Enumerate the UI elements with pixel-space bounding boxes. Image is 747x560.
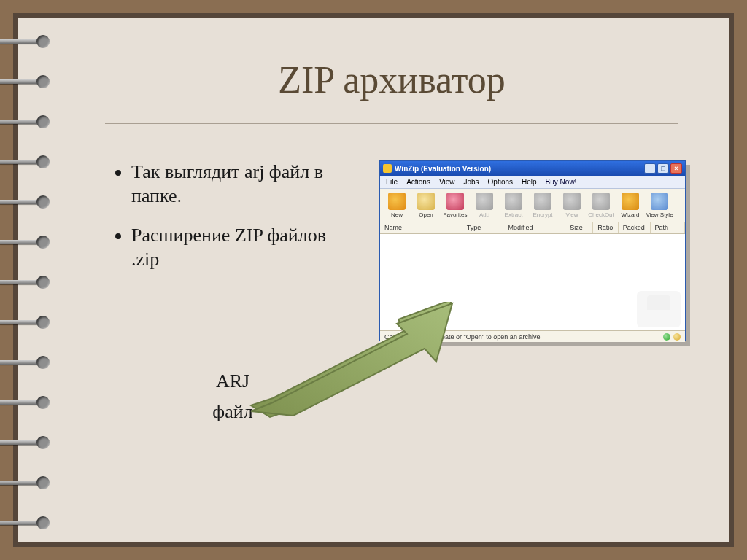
status-yellow-icon bbox=[673, 333, 681, 341]
toolbar-new-button[interactable]: New bbox=[383, 192, 411, 218]
arj-caption-line2: файл bbox=[112, 397, 353, 427]
toolbar-extract-button: Extract bbox=[500, 192, 527, 218]
menu-options[interactable]: Options bbox=[488, 178, 513, 186]
extract-icon bbox=[505, 192, 522, 210]
menu-file[interactable]: File bbox=[386, 178, 398, 186]
encrypt-icon bbox=[534, 192, 551, 210]
winzip-window: WinZip (Evaluation Version) _ □ × File A… bbox=[379, 160, 686, 341]
winzip-watermark-icon bbox=[637, 291, 681, 327]
status-green-icon bbox=[663, 333, 670, 341]
winzip-app-icon bbox=[383, 164, 392, 173]
close-button[interactable]: × bbox=[670, 163, 682, 174]
arj-caption: ARJ файл bbox=[112, 366, 353, 427]
winzip-file-area bbox=[380, 234, 685, 330]
column-header-packed[interactable]: Packed bbox=[619, 222, 651, 233]
wizard-icon bbox=[622, 192, 639, 210]
slide-inner-frame: ZIP архиватор Так выглядит arj файл в па… bbox=[13, 13, 734, 547]
toolbar-label: View Style bbox=[646, 211, 673, 218]
toolbar-checkout-button: CheckOut bbox=[587, 192, 615, 218]
arj-caption-line1: ARJ bbox=[112, 366, 353, 397]
fav-icon bbox=[446, 192, 464, 210]
slide-body: Так выглядит arj файл в папке. Расширени… bbox=[18, 124, 729, 427]
toolbar-label: Open bbox=[419, 211, 433, 218]
toolbar-add-button: Add bbox=[471, 192, 498, 218]
winzip-menubar: File Actions View Jobs Options Help Buy … bbox=[380, 176, 685, 189]
style-icon bbox=[651, 192, 668, 210]
toolbar-label: View bbox=[565, 211, 578, 218]
toolbar-label: Encrypt bbox=[533, 211, 552, 218]
toolbar-encrypt-button: Encrypt bbox=[529, 192, 557, 218]
toolbar-label: Wizard bbox=[622, 211, 640, 218]
menu-jobs[interactable]: Jobs bbox=[463, 178, 479, 186]
checkout-icon bbox=[592, 192, 610, 210]
winzip-statusbar: Choose "New" to create or "Open" to open… bbox=[380, 330, 685, 342]
minimize-button[interactable]: _ bbox=[644, 163, 656, 174]
winzip-toolbar: NewOpenFavoritesAddExtractEncryptViewChe… bbox=[380, 189, 685, 222]
menu-actions[interactable]: Actions bbox=[406, 178, 430, 186]
column-header-path[interactable]: Path bbox=[651, 222, 685, 233]
column-header-modified[interactable]: Modified bbox=[503, 222, 565, 233]
winzip-title: WinZip (Evaluation Version) bbox=[395, 165, 491, 173]
menu-buy-now[interactable]: Buy Now! bbox=[546, 178, 577, 186]
bullet-item: Расширение ZIP файлов .zip bbox=[131, 224, 353, 271]
slide-title: ZIP архиватор bbox=[278, 59, 506, 101]
toolbar-label: New bbox=[391, 211, 403, 218]
view-icon bbox=[563, 192, 581, 210]
slide-content: ZIP архиватор Так выглядит arj файл в па… bbox=[18, 18, 729, 542]
title-area: ZIP архиватор bbox=[105, 18, 678, 124]
new-icon bbox=[388, 192, 406, 210]
winzip-status-text: Choose "New" to create or "Open" to open… bbox=[384, 333, 540, 341]
open-icon bbox=[417, 192, 435, 210]
bullet-item: Так выглядит arj файл в папке. bbox=[131, 160, 353, 208]
toolbar-label: CheckOut bbox=[588, 211, 614, 218]
maximize-button[interactable]: □ bbox=[657, 163, 669, 174]
column-header-ratio[interactable]: Ratio bbox=[593, 222, 618, 233]
winzip-column-headers: NameTypeModifiedSizeRatioPackedPath bbox=[380, 222, 685, 234]
column-header-type[interactable]: Type bbox=[462, 222, 504, 233]
left-column: Так выглядит arj файл в папке. Расширени… bbox=[112, 160, 353, 427]
right-column: WinZip (Evaluation Version) _ □ × File A… bbox=[379, 160, 693, 372]
column-header-name[interactable]: Name bbox=[380, 222, 462, 233]
add-icon bbox=[476, 192, 493, 210]
toolbar-label: Add bbox=[479, 211, 489, 218]
column-header-size[interactable]: Size bbox=[565, 222, 593, 233]
toolbar-wizard-button[interactable]: Wizard bbox=[616, 192, 644, 218]
toolbar-style-button[interactable]: View Style bbox=[646, 192, 673, 218]
menu-view[interactable]: View bbox=[439, 178, 455, 186]
menu-help[interactable]: Help bbox=[522, 178, 537, 186]
bullet-list: Так выглядит arj файл в папке. Расширени… bbox=[112, 160, 353, 271]
toolbar-open-button[interactable]: Open bbox=[412, 192, 440, 218]
winzip-titlebar: WinZip (Evaluation Version) _ □ × bbox=[380, 161, 685, 176]
toolbar-fav-button[interactable]: Favorites bbox=[441, 192, 469, 218]
toolbar-label: Extract bbox=[505, 211, 523, 218]
toolbar-view-button: View bbox=[558, 192, 586, 218]
toolbar-label: Favorites bbox=[444, 211, 468, 218]
slide-outer-frame: ZIP архиватор Так выглядит arj файл в па… bbox=[0, 0, 747, 560]
